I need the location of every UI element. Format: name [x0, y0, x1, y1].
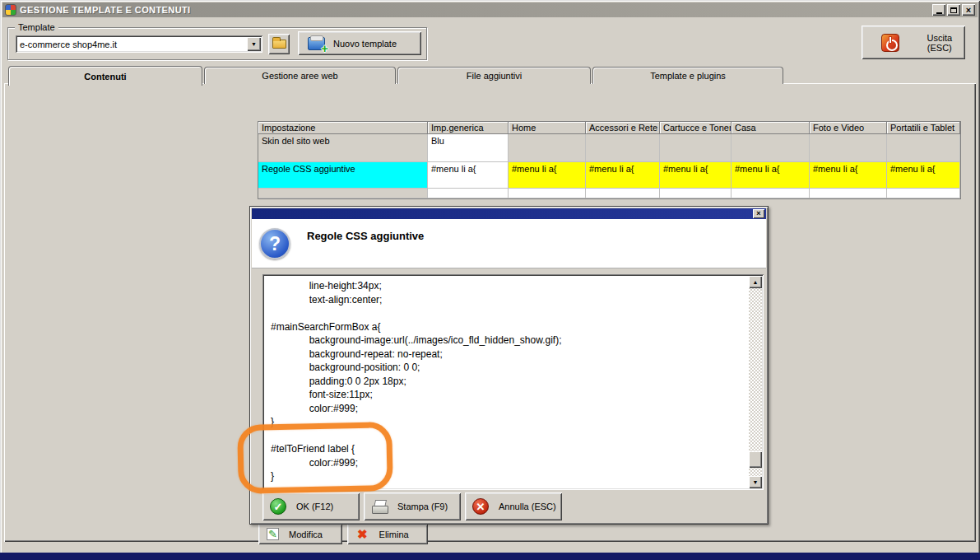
maximize-button[interactable] [947, 4, 960, 16]
dialog-close-button[interactable]: × [753, 209, 764, 218]
column-header-accessori-e-rete[interactable]: Accessori e Rete [586, 122, 660, 134]
table-cell[interactable] [509, 134, 586, 162]
tab-contenuti[interactable]: Contenuti [8, 66, 202, 86]
annulla-esc-button[interactable]: ✕Annulla (ESC) [465, 492, 562, 520]
table-cell[interactable] [887, 134, 960, 162]
table-cell[interactable]: Skin del sito web [258, 134, 428, 162]
dialog-button-label: Annulla (ESC) [499, 502, 556, 511]
column-header-imp-generica[interactable]: Imp.generica [428, 122, 509, 134]
elimina-button-label: Elimina [379, 530, 409, 539]
modifica-button-label: Modifica [289, 530, 323, 539]
table-cell[interactable] [258, 189, 428, 198]
table-cell[interactable]: Blu [428, 134, 509, 162]
table-cell[interactable]: Regole CSS aggiuntive [258, 162, 428, 189]
tab-file-aggiuntivi[interactable]: File aggiuntivi [397, 67, 591, 84]
table-cell[interactable] [732, 189, 810, 198]
app-window: GESTIONE TEMPLATE E CONTENUTI × Template… [0, 0, 980, 560]
vscroll-thumb[interactable] [749, 451, 762, 468]
column-header-home[interactable]: Home [509, 122, 586, 134]
table-row: Regole CSS aggiuntive#menu li a{#menu li… [258, 162, 960, 189]
template-groupbox-label: Template [15, 22, 58, 32]
chevron-down-icon[interactable]: ▼ [247, 37, 261, 51]
settings-table: ImpostazioneImp.genericaHomeAccessori e … [258, 121, 961, 199]
app-icon [5, 4, 16, 16]
edit-pencil-icon [267, 528, 279, 540]
window-titlebar: GESTIONE TEMPLATE E CONTENUTI × [2, 2, 978, 17]
table-cell[interactable] [732, 134, 810, 162]
window-title: GESTIONE TEMPLATE E CONTENUTI [20, 5, 932, 15]
table-cell[interactable] [810, 189, 887, 198]
open-template-button[interactable] [268, 34, 290, 54]
css-rules-dialog: × ? Regole CSS aggiuntive line-height:34… [249, 206, 769, 525]
stampa-f9-button[interactable]: Stampa (F9) [364, 492, 461, 520]
table-cell[interactable]: #menu li a{ [887, 162, 960, 189]
close-icon: × [966, 6, 971, 14]
table-cell[interactable] [586, 189, 660, 198]
new-template-button[interactable]: Nuovo template [298, 31, 421, 55]
scroll-down-icon[interactable]: ▼ [749, 476, 762, 488]
elimina-button[interactable]: ✖ Elimina [347, 524, 428, 544]
table-cell[interactable] [887, 189, 960, 198]
table-row: Skin del sito webBlu [258, 134, 960, 162]
table-cell[interactable]: #menu li a{ [660, 162, 732, 189]
exit-button[interactable]: Uscita (ESC) [862, 26, 965, 59]
table-cell[interactable]: #menu li a{ [586, 162, 660, 189]
tab-gestione-aree-web[interactable]: Gestione aree web [204, 67, 396, 84]
template-combobox-value: e-commerce shop4me.it [16, 40, 245, 49]
dialog-title: Regole CSS aggiuntive [307, 230, 424, 242]
column-header-foto-e-video[interactable]: Foto e Video [810, 122, 887, 134]
table-cell[interactable] [509, 189, 586, 198]
exit-button-label: Uscita (ESC) [914, 33, 965, 53]
table-cell[interactable]: #menu li a{ [428, 162, 509, 189]
table-row [258, 189, 960, 198]
table-cell[interactable] [586, 134, 660, 162]
question-icon: ? [259, 228, 290, 259]
dialog-button-label: Stampa (F9) [397, 502, 448, 511]
table-cell[interactable] [428, 189, 509, 198]
column-header-portatili-e-tablet[interactable]: Portatili e Tablet [887, 122, 960, 134]
power-icon [881, 34, 899, 52]
printer-icon [371, 500, 388, 514]
tab-template-e-plugins[interactable]: Template e plugins [592, 67, 783, 84]
table-cell[interactable]: #menu li a{ [732, 162, 810, 189]
column-header-impostazione[interactable]: Impostazione [258, 122, 428, 134]
tab-strip: ContenutiGestione aree webFile aggiuntiv… [0, 66, 980, 84]
cancel-x-icon: ✕ [472, 498, 489, 515]
dialog-header: ? Regole CSS aggiuntive [252, 219, 766, 268]
minimize-button[interactable] [932, 4, 945, 16]
ok-f12-button[interactable]: ✓OK (F12) [262, 492, 360, 520]
column-header-cartucce-e-toner[interactable]: Cartucce e Toner [660, 122, 732, 134]
dialog-button-label: OK (F12) [296, 502, 333, 511]
css-code-text: line-height:34px; text-align:center; #ma… [262, 274, 764, 487]
dialog-titlebar: × [252, 208, 766, 219]
css-vscrollbar[interactable]: ▲ ▼ [749, 276, 762, 488]
bottom-bar [0, 553, 980, 560]
modifica-button[interactable]: Modifica [258, 524, 342, 544]
scroll-up-icon[interactable]: ▲ [749, 276, 762, 288]
close-button[interactable]: × [962, 4, 975, 16]
delete-x-icon: ✖ [357, 528, 368, 540]
column-header-casa[interactable]: Casa [732, 122, 810, 134]
template-combobox[interactable]: e-commerce shop4me.it ▼ [16, 35, 262, 53]
new-template-icon [308, 37, 325, 50]
table-cell[interactable]: #menu li a{ [509, 162, 586, 189]
check-icon: ✓ [270, 498, 286, 515]
template-groupbox: Template e-commerce shop4me.it ▼ Nuovo t… [7, 27, 427, 60]
table-cell[interactable] [810, 134, 887, 162]
table-cell[interactable]: #menu li a{ [810, 162, 887, 189]
new-template-label: Nuovo template [333, 39, 397, 49]
folder-icon [272, 40, 286, 49]
dialog-button-row: ✓OK (F12)Stampa (F9)✕Annulla (ESC) [262, 492, 562, 520]
table-cell[interactable] [660, 189, 732, 198]
css-textarea[interactable]: line-height:34px; text-align:center; #ma… [262, 274, 764, 490]
table-cell[interactable] [660, 134, 732, 162]
